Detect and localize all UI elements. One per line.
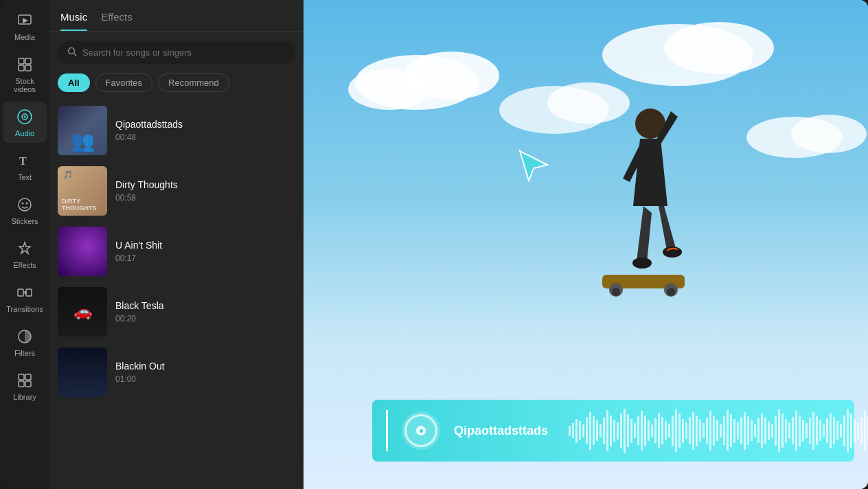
song-info-3: U Ain't Shit 00:17 [115, 240, 295, 263]
wave-bar [775, 416, 777, 446]
wave-bar [644, 416, 646, 446]
wave-bar [747, 416, 749, 445]
svg-rect-3 [19, 65, 24, 71]
song-item-4[interactable]: 🚗 Black Tesla 00:20 [49, 282, 304, 342]
sidebar-item-filters[interactable]: Filters [3, 321, 47, 363]
song-item-1[interactable]: Qipaottadsttads 00:48 [49, 100, 304, 161]
svg-rect-14 [26, 289, 32, 296]
song-duration-1: 00:48 [115, 133, 295, 142]
wave-bar [648, 420, 650, 441]
wave-bar [781, 413, 784, 448]
song-info-5: Blackin Out 01:00 [115, 361, 295, 384]
sidebar-item-transitions-label: Transitions [6, 305, 43, 313]
sidebar-item-library-label: Library [13, 393, 36, 401]
wave-bar [778, 409, 780, 452]
panel-tabs: Music Effects [49, 0, 304, 32]
wave-bar [672, 416, 674, 446]
wave-bar [843, 416, 845, 446]
svg-text:T: T [19, 155, 27, 167]
filter-tabs: All Favorites Recommend [49, 73, 304, 100]
song-thumbnail-5 [58, 348, 107, 397]
wave-bar [727, 410, 729, 451]
wave-bar [665, 421, 667, 440]
sidebar-item-filters-label: Filters [14, 349, 35, 357]
wave-bar [617, 422, 619, 440]
wave-bar [685, 422, 687, 439]
vinyl-dot [420, 429, 423, 433]
wave-bar [709, 411, 711, 451]
search-icon [67, 47, 77, 58]
wave-bar [806, 423, 808, 438]
svg-point-10 [22, 203, 24, 205]
svg-line-22 [74, 54, 77, 56]
song-duration-3: 00:17 [115, 253, 295, 263]
sidebar-item-transitions[interactable]: Transitions [3, 277, 47, 319]
song-title-1: Qipaottadsttads [115, 119, 295, 130]
wave-bar [757, 418, 760, 443]
wave-bar [840, 424, 842, 437]
sidebar-item-audio[interactable]: Audio [3, 102, 47, 143]
sidebar-item-effects[interactable]: Effects [3, 234, 47, 275]
wave-bar [603, 418, 605, 444]
wave-bar [854, 419, 856, 443]
tab-effects[interactable]: Effects [101, 11, 133, 31]
song-item-3[interactable]: U Ain't Shit 00:17 [49, 221, 304, 282]
song-thumbnail-3 [58, 227, 107, 276]
audio-icon [15, 107, 34, 126]
filter-recommend[interactable]: Recommend [158, 73, 229, 92]
sidebar-item-stock-videos[interactable]: Stock videos [3, 49, 47, 99]
song-item-5[interactable]: Blackin Out 01:00 [49, 342, 304, 402]
wave-bar [599, 424, 602, 437]
song-info-4: Black Tesla 00:20 [115, 300, 295, 323]
filter-favorites[interactable]: Favorites [95, 73, 152, 92]
wave-bar [675, 409, 677, 452]
wave-bar [819, 420, 821, 441]
svg-rect-4 [25, 65, 31, 71]
wave-bar [823, 424, 825, 437]
main-content: Qipaottadsttads [304, 0, 868, 489]
song-duration-4: 00:20 [115, 314, 295, 323]
wave-bar [816, 416, 818, 445]
wave-bar [857, 422, 859, 439]
wave-bar [651, 424, 653, 437]
svg-point-26 [348, 69, 431, 110]
search-input[interactable] [82, 47, 286, 58]
wave-bar [706, 418, 708, 444]
svg-rect-13 [18, 289, 23, 296]
wave-bar [720, 424, 722, 437]
svg-rect-18 [25, 374, 31, 380]
cursor-arrow [516, 148, 551, 185]
tab-music[interactable]: Music [60, 11, 87, 31]
song-thumbnail-1 [58, 106, 107, 155]
wave-bar [641, 411, 643, 451]
waveform [562, 410, 868, 451]
wave-bar [733, 419, 735, 443]
song-title-3: U Ain't Shit [115, 240, 295, 251]
sidebar-item-media[interactable]: Media [3, 5, 47, 47]
sidebar-item-text[interactable]: T Text [3, 146, 47, 187]
filter-all[interactable]: All [58, 73, 90, 92]
wave-bar [768, 421, 770, 440]
wave-bar [744, 412, 746, 450]
wave-bar [654, 418, 656, 443]
svg-rect-19 [19, 381, 24, 387]
svg-point-11 [26, 203, 28, 205]
song-duration-2: 00:58 [115, 193, 295, 203]
sidebar-item-library[interactable]: Library [3, 365, 47, 407]
song-item-2[interactable]: DIRTY THOUGHTS Dirty Thoughts 00:58 [49, 161, 304, 221]
wave-bar [582, 424, 584, 437]
stickers-icon [15, 195, 34, 214]
svg-rect-1 [19, 58, 24, 64]
search-bar[interactable] [58, 41, 295, 64]
song-info-2: Dirty Thoughts 00:58 [115, 179, 295, 203]
wave-bar [716, 420, 718, 441]
wave-bar [795, 411, 797, 451]
sidebar-item-stickers[interactable]: Stickers [3, 190, 47, 231]
wave-bar [812, 412, 814, 450]
library-icon [15, 371, 34, 390]
wave-bar [658, 413, 660, 448]
sidebar-item-stickers-label: Stickers [11, 217, 38, 225]
wave-bar [627, 414, 629, 447]
wave-bar [847, 409, 849, 452]
svg-point-7 [24, 116, 26, 118]
